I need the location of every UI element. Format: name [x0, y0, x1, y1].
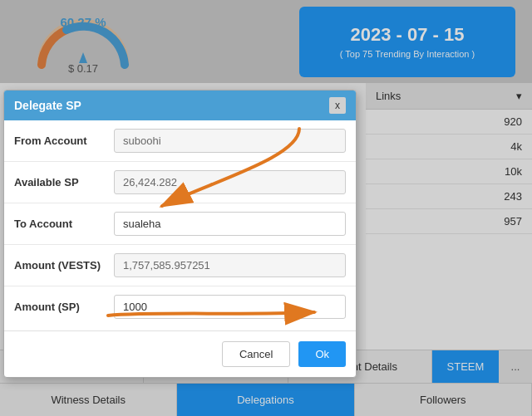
from-account-label: From Account: [14, 135, 114, 147]
to-account-input[interactable]: [114, 212, 346, 236]
delegate-sp-modal: Delegate SP x From Account Available SP …: [3, 90, 357, 378]
amount-sp-input[interactable]: [114, 295, 346, 319]
modal-header: Delegate SP x: [4, 91, 356, 120]
to-account-label: To Account: [14, 218, 114, 230]
from-account-row: From Account: [4, 120, 356, 162]
modal-body: From Account Available SP To Account Amo…: [4, 120, 356, 327]
available-sp-row: Available SP: [4, 162, 356, 203]
modal-close-button[interactable]: x: [329, 97, 346, 114]
to-account-row: To Account: [4, 203, 356, 245]
amount-vests-row: Amount (VESTS): [4, 245, 356, 286]
amount-sp-row: Amount (SP): [4, 286, 356, 327]
amount-vests-label: Amount (VESTS): [14, 259, 114, 272]
available-sp-input: [114, 170, 346, 194]
modal-title: Delegate SP: [14, 99, 81, 112]
modal-footer: Cancel Ok: [4, 330, 356, 377]
ok-button[interactable]: Ok: [298, 341, 346, 367]
cancel-button[interactable]: Cancel: [222, 341, 290, 367]
from-account-input[interactable]: [114, 129, 346, 153]
amount-vests-input: [114, 253, 346, 277]
available-sp-label: Available SP: [14, 176, 114, 188]
amount-sp-label: Amount (SP): [14, 301, 114, 313]
